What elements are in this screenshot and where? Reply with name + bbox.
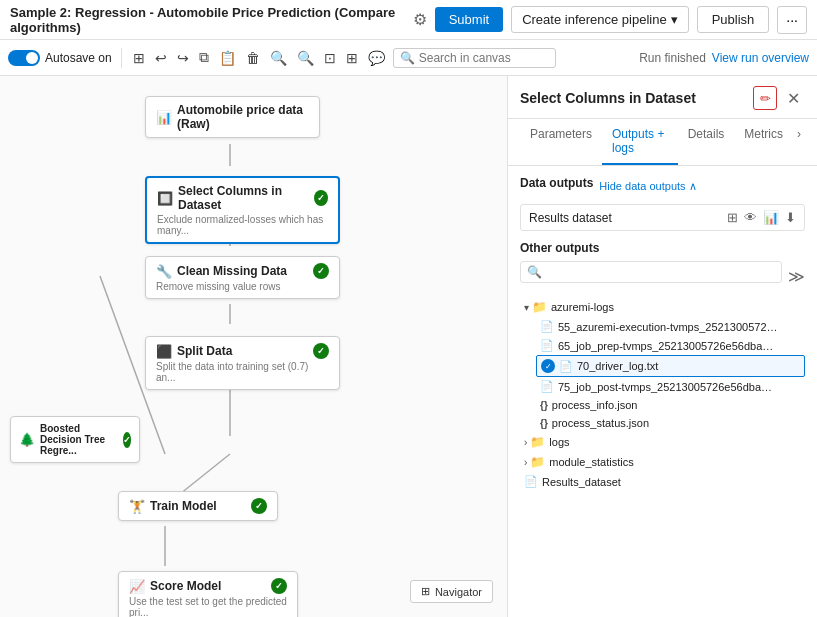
panel-close-button[interactable]: ✕: [781, 86, 805, 110]
json-icon: {}: [540, 400, 548, 411]
dataset-icon-2[interactable]: 👁: [744, 210, 757, 225]
dataset-icon-3[interactable]: 📊: [763, 210, 779, 225]
file-icon: 📄: [559, 360, 573, 373]
node-title: 🏋 Train Model ✓: [129, 498, 267, 514]
file-process-info[interactable]: {} process_info.json: [536, 396, 805, 414]
chevron-down-icon: ▾: [671, 12, 678, 27]
collapse-button[interactable]: ≫: [788, 267, 805, 286]
panel-edit-button[interactable]: ✏: [753, 86, 777, 110]
chevron-down-icon: ▾: [524, 302, 529, 313]
folder-logs[interactable]: › 📁 logs: [520, 432, 805, 452]
file-icon: 📄: [524, 475, 538, 488]
toggle-switch[interactable]: [8, 50, 40, 66]
score-icon: 📈: [129, 579, 145, 594]
copy-icon[interactable]: ⧉: [197, 47, 211, 68]
outputs-search-input[interactable]: [546, 266, 775, 278]
tab-parameters[interactable]: Parameters: [520, 119, 602, 165]
other-outputs-label: Other outputs: [520, 241, 805, 255]
file-label: process_info.json: [552, 399, 638, 411]
navigator-label: Navigator: [435, 586, 482, 598]
inference-button[interactable]: Create inference pipeline ▾: [511, 6, 689, 33]
undo-icon[interactable]: ↩: [153, 48, 169, 68]
node-check: ✓: [123, 432, 131, 448]
chevron-right-icon: ›: [524, 457, 527, 468]
tab-outputs-logs[interactable]: Outputs + logs: [602, 119, 678, 165]
folder-module-statistics[interactable]: › 📁 module_statistics: [520, 452, 805, 472]
clean-icon: 🔧: [156, 264, 172, 279]
node-title: 📈 Score Model ✓: [129, 578, 287, 594]
main-area: 📊 Automobile price data (Raw) 🔲 Select C…: [0, 76, 817, 617]
select-columns-node[interactable]: 🔲 Select Columns in Dataset ✓ Exclude no…: [145, 176, 340, 244]
file-75[interactable]: 📄 75_job_post-tvmps_25213005726e56dba07a…: [536, 377, 805, 396]
tree-icon: 🌲: [19, 432, 35, 447]
search-input[interactable]: [419, 51, 549, 65]
tab-metrics[interactable]: Metrics: [734, 119, 793, 165]
search-box[interactable]: 🔍: [393, 48, 556, 68]
fit-icon[interactable]: ⊡: [322, 48, 338, 68]
json-icon: {}: [540, 418, 548, 429]
file-label: 75_job_post-tvmps_25213005726e56dba07a1e…: [558, 381, 778, 393]
layout-icon[interactable]: ⊞: [344, 48, 360, 68]
canvas[interactable]: 📊 Automobile price data (Raw) 🔲 Select C…: [0, 76, 507, 617]
panel-title: Select Columns in Dataset: [520, 90, 753, 106]
grid-icon[interactable]: ⊞: [131, 48, 147, 68]
zoom-in-icon[interactable]: 🔍: [268, 48, 289, 68]
panel-header: Select Columns in Dataset ✏ ✕: [508, 76, 817, 119]
toolbar: Autosave on ⊞ ↩ ↪ ⧉ 📋 🗑 🔍 🔍 ⊡ ⊞ 💬 🔍 Run …: [0, 40, 817, 76]
score-model-node[interactable]: 📈 Score Model ✓ Use the test set to get …: [118, 571, 298, 617]
node-title: 🌲 Boosted Decision Tree Regre... ✓: [19, 423, 131, 456]
node-check: ✓: [313, 263, 329, 279]
node-subtitle: Split the data into training set (0.7) a…: [156, 361, 329, 383]
file-label: 55_azuremi-execution-tvmps_25213005726e5…: [558, 321, 778, 333]
results-dataset-row[interactable]: Results dataset ⊞ 👁 📊 ⬇: [520, 204, 805, 231]
outputs-search[interactable]: 🔍: [520, 261, 782, 283]
data-icon: 📊: [156, 110, 172, 125]
file-65[interactable]: 📄 65_job_prep-tvmps_25213005726e56dba07a…: [536, 336, 805, 355]
run-overview-link[interactable]: View run overview: [712, 51, 809, 65]
file-70-driver-log[interactable]: ✓ 📄 70_driver_log.txt: [536, 355, 805, 377]
node-title: 📊 Automobile price data (Raw): [156, 103, 309, 131]
redo-icon[interactable]: ↪: [175, 48, 191, 68]
dataset-icon-1[interactable]: ⊞: [727, 210, 738, 225]
node-subtitle: Remove missing value rows: [156, 281, 329, 292]
train-model-node[interactable]: 🏋 Train Model ✓: [118, 491, 278, 521]
navigator-icon: ⊞: [421, 585, 430, 598]
delete-icon[interactable]: 🗑: [244, 48, 262, 68]
file-55[interactable]: 📄 55_azuremi-execution-tvmps_25213005726…: [536, 317, 805, 336]
submit-button[interactable]: Submit: [435, 7, 503, 32]
autosave-toggle[interactable]: Autosave on: [8, 50, 112, 66]
tab-arrow[interactable]: ›: [793, 119, 805, 165]
dataset-icon-4[interactable]: ⬇: [785, 210, 796, 225]
publish-button[interactable]: Publish: [697, 6, 770, 33]
train-icon: 🏋: [129, 499, 145, 514]
file-results-dataset[interactable]: 📄 Results_dataset: [520, 472, 805, 491]
node-check: ✓: [313, 343, 329, 359]
svg-line-5: [180, 454, 230, 494]
split-data-node[interactable]: ⬛ Split Data ✓ Split the data into train…: [145, 336, 340, 390]
node-check: ✓: [314, 190, 328, 206]
panel-content: Data outputs Hide data outputs ∧ Results…: [508, 166, 817, 617]
file-process-status[interactable]: {} process_status.json: [536, 414, 805, 432]
comment-icon[interactable]: 💬: [366, 48, 387, 68]
tab-details[interactable]: Details: [678, 119, 735, 165]
automobile-data-node[interactable]: 📊 Automobile price data (Raw): [145, 96, 320, 138]
panel-tabs: Parameters Outputs + logs Details Metric…: [508, 119, 817, 166]
settings-icon[interactable]: ⚙: [413, 10, 427, 29]
file-icon: 📄: [540, 380, 554, 393]
chevron-right-icon: ›: [524, 437, 527, 448]
clean-missing-node[interactable]: 🔧 Clean Missing Data ✓ Remove missing va…: [145, 256, 340, 299]
node-check: ✓: [271, 578, 287, 594]
paste-icon[interactable]: 📋: [217, 48, 238, 68]
file-label: 65_job_prep-tvmps_25213005726e56dba07a1e…: [558, 340, 778, 352]
hide-data-outputs-link[interactable]: Hide data outputs ∧: [599, 180, 696, 193]
zoom-out-icon[interactable]: 🔍: [295, 48, 316, 68]
file-label: 70_driver_log.txt: [577, 360, 658, 372]
top-bar: Sample 2: Regression - Automobile Price …: [0, 0, 817, 40]
edit-icon: ✏: [760, 91, 771, 106]
navigator-button[interactable]: ⊞ Navigator: [410, 580, 493, 603]
folder-label: logs: [549, 436, 569, 448]
folder-azuremi-logs[interactable]: ▾ 📁 azuremi-logs: [520, 297, 805, 317]
more-button[interactable]: ···: [777, 6, 807, 34]
boosted-tree-node[interactable]: 🌲 Boosted Decision Tree Regre... ✓: [10, 416, 140, 463]
file-label: Results_dataset: [542, 476, 621, 488]
